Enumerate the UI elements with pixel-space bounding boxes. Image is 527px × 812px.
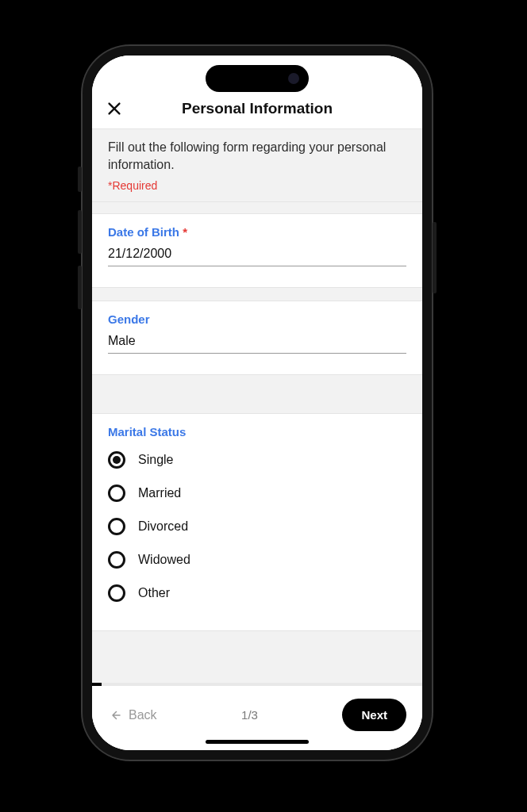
radio-label: Divorced <box>138 519 188 534</box>
marital-label: Marital Status <box>108 425 406 439</box>
gender-input[interactable] <box>108 331 406 354</box>
marital-radio-group: Single Married Divorced Widowed <box>108 443 406 610</box>
radio-icon <box>108 584 125 602</box>
gender-label: Gender <box>108 312 406 326</box>
radio-icon <box>108 485 125 502</box>
phone-side-button <box>78 167 82 192</box>
radio-label: Other <box>138 586 170 600</box>
back-button[interactable]: Back <box>108 708 157 722</box>
next-button[interactable]: Next <box>342 699 406 731</box>
radio-option-single[interactable]: Single <box>108 443 406 477</box>
radio-option-widowed[interactable]: Widowed <box>108 543 406 576</box>
section-gap <box>92 375 422 400</box>
radio-option-married[interactable]: Married <box>108 477 406 510</box>
radio-label: Widowed <box>138 553 190 567</box>
phone-side-button <box>433 222 437 293</box>
intro-text: Fill out the following form regarding yo… <box>108 139 406 173</box>
gender-section: Gender <box>92 301 422 375</box>
dob-label: Date of Birth * <box>108 225 406 239</box>
arrow-left-icon <box>108 708 122 722</box>
radio-icon <box>108 518 125 535</box>
phone-frame: Personal Information Fill out the follow… <box>83 46 432 760</box>
phone-side-button <box>78 266 82 309</box>
home-indicator <box>206 740 309 744</box>
required-note: *Required <box>108 179 406 192</box>
phone-side-button <box>78 210 82 254</box>
back-label: Back <box>129 708 157 722</box>
page-title: Personal Information <box>132 100 383 117</box>
bottom-gap <box>92 631 422 650</box>
marital-section: Marital Status Single Married Divorced <box>92 413 422 631</box>
page-indicator: 1/3 <box>157 708 343 722</box>
close-icon <box>106 100 123 117</box>
radio-icon <box>108 451 125 469</box>
radio-label: Married <box>138 486 181 500</box>
intro-banner: Fill out the following form regarding yo… <box>92 128 422 202</box>
close-button[interactable] <box>97 100 132 117</box>
radio-label: Single <box>138 453 173 467</box>
radio-option-divorced[interactable]: Divorced <box>108 510 406 543</box>
dob-section: Date of Birth * <box>92 213 422 288</box>
screen: Personal Information Fill out the follow… <box>92 56 422 750</box>
radio-icon <box>108 551 125 569</box>
form-area: Date of Birth * Gender Marital Status Si… <box>92 202 422 683</box>
dynamic-island <box>206 65 309 92</box>
dob-label-text: Date of Birth <box>108 225 179 239</box>
required-asterisk: * <box>183 225 187 239</box>
radio-option-other[interactable]: Other <box>108 576 406 610</box>
dob-input[interactable] <box>108 243 406 266</box>
